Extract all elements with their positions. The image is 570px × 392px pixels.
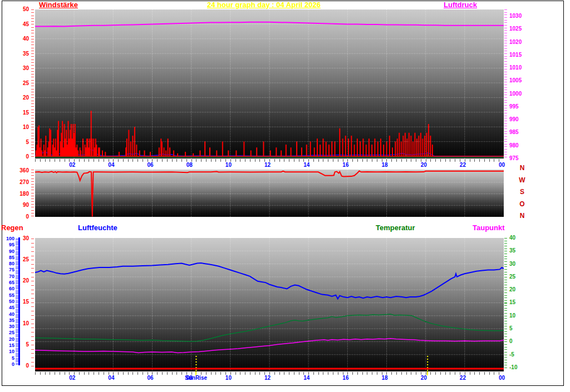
bottom-hour-labels: 020406081012141618202200 <box>35 375 504 381</box>
pressure-y-axis-labels: 1030102510201015101010051000995990985980… <box>509 13 526 161</box>
axis-tick-label: 35 <box>13 51 29 57</box>
axis-tick-label: 10 <box>13 125 29 130</box>
axis-tick-label: 5 <box>21 342 29 348</box>
hour-label: 18 <box>382 375 388 381</box>
axis-tick-label: 35 <box>509 248 523 254</box>
humidity-label: Luftfeuchte <box>78 224 117 232</box>
axis-tick-label: 0 <box>13 214 29 220</box>
axis-tick-label: 10 <box>509 313 523 319</box>
rain-y-axis-labels: 302520151050 <box>21 236 29 369</box>
sunrise-label: SunRise <box>185 375 207 381</box>
hour-label: 10 <box>225 162 232 168</box>
weather-graph-window: Windstärke 24 hour graph day : 04 April … <box>0 0 570 392</box>
axis-tick-label: 85 <box>3 255 14 260</box>
axis-tick-label: 15 <box>3 343 14 348</box>
humidity-axis-bar <box>18 237 20 365</box>
hour-label: 12 <box>264 162 271 168</box>
axis-tick-label: O <box>517 201 528 207</box>
axis-tick-label: 40 <box>3 311 14 317</box>
axis-tick-label: 15 <box>21 299 29 305</box>
sunset-tick <box>427 371 428 375</box>
axis-tick-label: 55 <box>3 292 14 298</box>
axis-tick-label: S <box>517 189 528 195</box>
axis-tick-label: 990 <box>509 117 526 122</box>
axis-tick-label: 25 <box>21 257 29 262</box>
axis-tick-label: 5 <box>509 326 523 331</box>
hour-label: 14 <box>303 162 309 168</box>
axis-tick-label: 10 <box>3 349 14 354</box>
hour-label: 04 <box>108 375 114 381</box>
axis-tick-label: 1010 <box>509 65 526 71</box>
axis-tick-label: 75 <box>3 267 14 272</box>
axis-tick-label: 70 <box>3 274 14 279</box>
axis-tick-label: 20 <box>21 278 29 284</box>
wind-direction-plot <box>35 170 504 217</box>
wind-direction-chart <box>35 170 504 217</box>
hour-label: 22 <box>460 162 466 168</box>
hour-label: 18 <box>382 162 388 168</box>
axis-tick-label: 980 <box>509 143 526 148</box>
axis-tick-label: 1015 <box>509 52 526 58</box>
axis-tick-label: 30 <box>509 261 523 267</box>
hour-label: 08 <box>186 162 193 168</box>
wind-y-axis-ticks <box>31 9 34 157</box>
compass-labels: NWSON <box>517 165 528 219</box>
hour-label: 00 <box>499 162 505 168</box>
axis-tick-label: 0 <box>13 154 29 160</box>
axis-tick-label: 30 <box>3 324 14 329</box>
temperature-label: Temperatur <box>376 224 415 232</box>
axis-tick-label: 15 <box>509 300 523 305</box>
axis-tick-label: -5 <box>509 352 523 358</box>
humidity-y-axis-labels: 1009590858075706560555045403530252015105… <box>3 236 14 367</box>
hour-label: 06 <box>148 162 154 168</box>
axis-tick-label: 5 <box>3 355 14 361</box>
axis-tick-label: 975 <box>509 156 526 161</box>
axis-tick-label: 50 <box>3 299 14 304</box>
axis-tick-label: 80 <box>3 261 14 266</box>
axis-tick-label: 5 <box>13 140 29 145</box>
dewpoint-label: Taupunkt <box>473 224 505 232</box>
axis-tick-label: 0 <box>3 361 14 367</box>
humidity-temperature-chart <box>35 238 504 371</box>
axis-tick-label: 0 <box>509 339 523 344</box>
top-hour-labels: 020406081012141618202200 <box>35 162 504 168</box>
axis-tick-label: 20 <box>13 95 29 101</box>
axis-tick-label: 25 <box>13 81 29 86</box>
wind-y-axis-labels: 50454035302520151050 <box>13 7 29 160</box>
axis-tick-label: 90 <box>13 202 29 208</box>
hour-label: 02 <box>69 375 75 381</box>
wind-panel-title: Windstärke <box>39 1 78 9</box>
axis-tick-label: 95 <box>3 242 14 247</box>
axis-tick-label: 20 <box>3 336 14 342</box>
rain-label: Regen <box>1 224 23 232</box>
axis-tick-label: 50 <box>13 7 29 12</box>
axis-tick-label: 60 <box>3 286 14 291</box>
axis-tick-label: 10 <box>21 321 29 326</box>
axis-tick-label: 40 <box>509 235 523 241</box>
axis-tick-label: N <box>517 165 528 171</box>
axis-tick-label: 985 <box>509 130 526 135</box>
axis-tick-label: 65 <box>3 280 14 285</box>
axis-tick-label: 30 <box>21 236 29 241</box>
hour-label: 22 <box>460 375 466 381</box>
axis-tick-label: 1000 <box>509 91 526 97</box>
direction-y-axis-labels: 360270180900 <box>13 168 29 220</box>
hour-label: 14 <box>303 375 309 381</box>
rain-y-axis-ticks <box>31 239 34 366</box>
axis-tick-label: 1005 <box>509 78 526 83</box>
hour-label: 02 <box>69 162 75 168</box>
axis-tick-label: N <box>517 213 528 219</box>
axis-tick-label: 995 <box>509 104 526 110</box>
axis-tick-label: 35 <box>3 317 14 323</box>
hour-label: 16 <box>342 375 348 381</box>
axis-tick-label: 270 <box>13 180 29 185</box>
axis-tick-label: 180 <box>13 191 29 197</box>
humidity-temperature-plot <box>35 238 504 371</box>
page-title: 24 hour graph day : 04 April 2026 <box>207 1 321 9</box>
axis-tick-label: 45 <box>3 305 14 310</box>
axis-tick-label: 40 <box>13 36 29 42</box>
axis-tick-label: 1030 <box>509 13 526 19</box>
axis-tick-label: 360 <box>13 168 29 173</box>
axis-tick-label: 25 <box>509 274 523 280</box>
axis-tick-label: 45 <box>13 22 29 27</box>
